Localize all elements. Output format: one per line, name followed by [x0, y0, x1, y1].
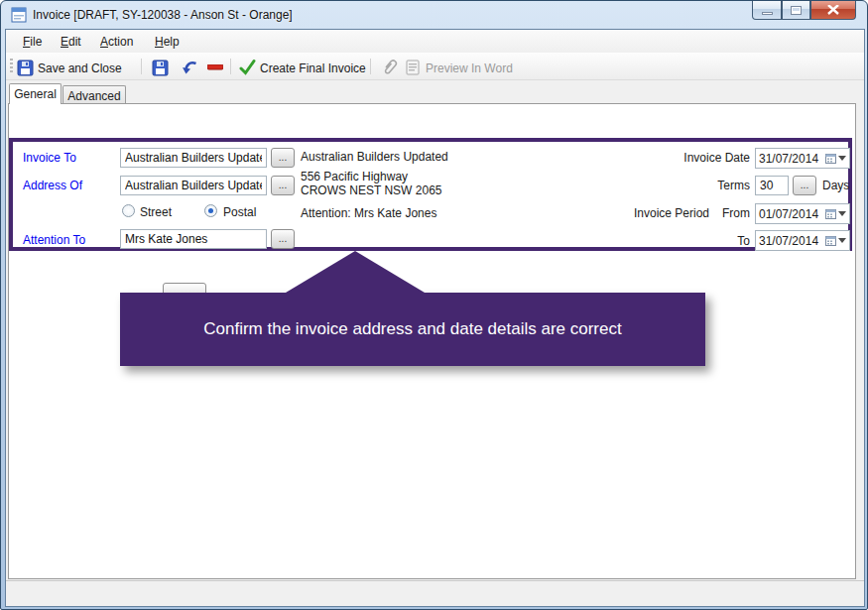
attention-to-lookup-button[interactable]: ...	[271, 229, 295, 249]
period-to-picker[interactable]: 31/07/2014	[755, 230, 850, 251]
toolbar-separator	[230, 59, 231, 74]
maximize-icon	[791, 6, 802, 15]
attention-preview: Attention: Mrs Kate Jones	[301, 206, 436, 220]
toolbar-separator	[141, 59, 142, 74]
period-from-label: From	[708, 206, 750, 220]
status-bar	[6, 580, 864, 606]
chevron-down-icon	[838, 156, 846, 161]
period-to-label: To	[708, 234, 750, 248]
attention-to-field[interactable]	[120, 229, 267, 249]
chevron-down-icon	[838, 211, 846, 216]
calendar-icon	[825, 235, 836, 246]
menu-file[interactable]: File	[23, 35, 42, 49]
invoice-date-picker[interactable]: 31/07/2014	[755, 148, 850, 169]
address-of-field[interactable]	[120, 176, 267, 195]
menu-bar	[6, 30, 864, 53]
tutorial-callout: Confirm the invoice address and date det…	[120, 293, 705, 366]
menu-help[interactable]: Help	[155, 35, 180, 49]
address-of-label: Address Of	[23, 179, 82, 192]
terms-field[interactable]	[755, 176, 789, 195]
period-from-picker[interactable]: 01/07/2014	[755, 203, 850, 224]
address-of-lookup-button[interactable]: ...	[271, 176, 295, 195]
calendar-icon	[825, 208, 836, 219]
undo-icon[interactable]	[182, 59, 199, 76]
terms-label: Terms	[656, 179, 750, 192]
create-final-invoice-icon	[239, 59, 256, 75]
save-and-close-button[interactable]: Save and Close	[38, 61, 122, 75]
create-final-invoice-button[interactable]: Create Final Invoice	[260, 61, 366, 75]
postal-radio[interactable]	[204, 204, 217, 217]
invoice-period-label: Invoice Period	[634, 206, 709, 220]
minimize-button[interactable]	[752, 1, 782, 20]
attention-to-label: Attention To	[23, 233, 85, 247]
terms-lookup-button[interactable]: ...	[793, 176, 816, 195]
address-line1: 556 Pacific Highway	[301, 170, 408, 183]
preview-in-word-button: Preview In Word	[426, 61, 513, 75]
address-line2: CROWS NEST NSW 2065	[301, 183, 441, 197]
menu-edit[interactable]: Edit	[61, 35, 81, 49]
delete-icon[interactable]	[207, 64, 223, 70]
invoice-to-preview: Australian Builders Updated	[301, 150, 448, 164]
terms-days-label: Days	[822, 179, 849, 192]
minimize-icon	[762, 12, 773, 15]
menu-action[interactable]: Action	[100, 35, 133, 49]
window-title: Invoice [DRAFT, SY-120038 - Anson St - O…	[33, 8, 293, 22]
calendar-icon	[825, 153, 836, 164]
toolbar-separator	[370, 59, 371, 74]
app-icon	[11, 7, 27, 23]
invoice-window: Invoice [DRAFT, SY-120038 - Anson St - O…	[0, 0, 868, 610]
maximize-button[interactable]	[782, 1, 810, 20]
paperclip-icon	[381, 59, 398, 75]
close-icon	[827, 5, 839, 15]
close-button[interactable]	[810, 1, 856, 20]
invoice-to-lookup-button[interactable]: ...	[271, 148, 295, 168]
invoice-date-label: Invoice Date	[636, 151, 750, 165]
invoice-to-field[interactable]	[120, 148, 267, 168]
chevron-down-icon	[838, 238, 846, 243]
toolbar-grip	[10, 59, 13, 74]
callout-text: Confirm the invoice address and date det…	[203, 319, 621, 339]
preview-in-word-icon	[406, 60, 421, 75]
invoice-to-label: Invoice To	[23, 151, 76, 165]
street-radio[interactable]	[122, 204, 135, 217]
save-icon	[17, 60, 34, 76]
save-icon[interactable]	[152, 60, 169, 76]
tab-general[interactable]: General	[9, 83, 62, 104]
postal-radio-label[interactable]: Postal	[223, 205, 256, 219]
street-radio-label[interactable]: Street	[140, 205, 172, 219]
tab-advanced[interactable]: Advanced	[62, 85, 126, 104]
callout-arrow	[286, 251, 425, 293]
